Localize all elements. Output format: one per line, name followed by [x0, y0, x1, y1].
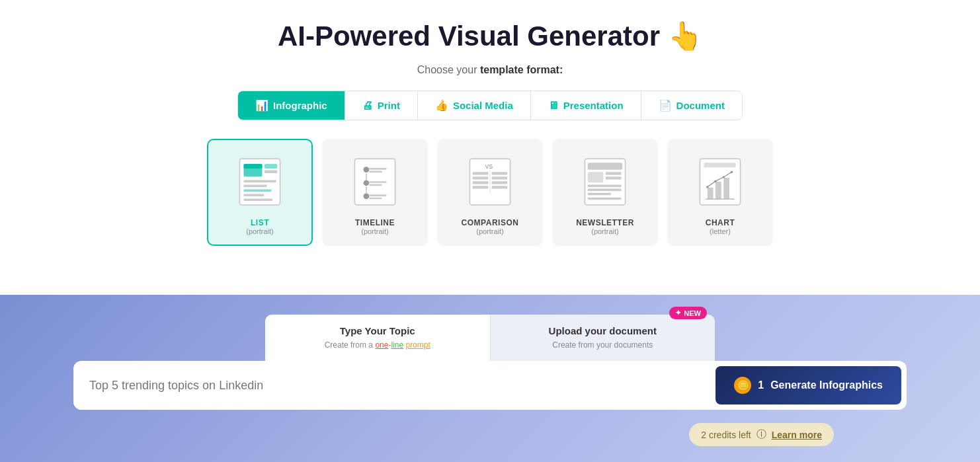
- comparison-sub: (portrait): [476, 227, 504, 235]
- svg-point-49: [714, 180, 717, 182]
- input-row: 🪙 1 Generate Infographics: [73, 361, 907, 410]
- template-chart[interactable]: CHART (letter): [667, 139, 773, 246]
- svg-rect-44: [708, 188, 714, 200]
- tab-infographic[interactable]: 📊 Infographic: [238, 91, 345, 120]
- type-topic-title: Type Your Topic: [278, 325, 477, 336]
- svg-rect-43: [704, 163, 736, 167]
- svg-rect-36: [606, 172, 622, 174]
- svg-point-48: [706, 186, 709, 188]
- print-icon: 🖨: [362, 100, 373, 112]
- tab-document[interactable]: 📄 Document: [641, 91, 742, 120]
- svg-rect-13: [369, 171, 382, 173]
- svg-rect-26: [473, 181, 489, 184]
- svg-point-50: [723, 176, 725, 178]
- tab-presentation[interactable]: 🖥 Presentation: [531, 91, 641, 120]
- svg-text:VS: VS: [485, 163, 493, 170]
- presentation-icon: 🖥: [548, 100, 559, 112]
- svg-point-19: [364, 194, 370, 200]
- template-comparison[interactable]: VS COMPARISON (portrait): [437, 139, 543, 246]
- tab-social-media[interactable]: 👍 Social Media: [418, 91, 531, 120]
- svg-rect-5: [244, 180, 276, 182]
- chart-name: CHART: [706, 218, 735, 227]
- svg-rect-2: [244, 164, 263, 169]
- credits-text: 2 credits left: [701, 430, 751, 440]
- tab-presentation-label: Presentation: [563, 100, 624, 111]
- svg-rect-28: [492, 172, 508, 174]
- infographic-icon: 📊: [255, 99, 268, 112]
- help-icon: Ⓘ: [756, 428, 766, 441]
- svg-rect-39: [588, 189, 622, 192]
- svg-point-11: [364, 167, 370, 173]
- svg-rect-4: [265, 171, 277, 173]
- template-list[interactable]: LIST (portrait): [207, 139, 313, 246]
- page-title: AI-Powered Visual Generator 👆: [278, 20, 702, 52]
- svg-rect-30: [492, 181, 508, 184]
- mode-tabs: Type Your Topic Create from a one-line p…: [265, 315, 715, 361]
- svg-point-15: [364, 180, 370, 186]
- generate-button[interactable]: 🪙 1 Generate Infographics: [715, 366, 901, 404]
- svg-rect-25: [473, 176, 489, 179]
- svg-rect-21: [369, 198, 382, 200]
- title-emoji: 👆: [668, 20, 702, 52]
- upload-doc-title: Upload your document: [504, 325, 702, 336]
- tab-print[interactable]: 🖨 Print: [345, 91, 418, 120]
- svg-rect-17: [369, 184, 382, 186]
- comparison-name: COMPARISON: [462, 218, 519, 227]
- topic-input[interactable]: [89, 379, 708, 393]
- document-icon: 📄: [659, 99, 672, 112]
- svg-rect-8: [244, 194, 265, 196]
- svg-rect-7: [244, 189, 272, 192]
- mode-tab-type-topic[interactable]: Type Your Topic Create from a one-line p…: [265, 315, 491, 361]
- svg-rect-34: [588, 163, 623, 170]
- newsletter-icon: [579, 152, 632, 212]
- svg-point-51: [731, 171, 733, 173]
- svg-rect-3: [265, 164, 277, 169]
- template-grid: LIST (portrait) TIMELINE (portrait): [207, 139, 773, 246]
- svg-rect-37: [606, 176, 622, 179]
- title-text: AI-Powered Visual Generator: [278, 20, 660, 52]
- svg-rect-31: [492, 186, 508, 188]
- coin-icon: 🪙: [737, 380, 749, 391]
- choose-label: Choose your template format:: [417, 64, 563, 76]
- learn-more-button[interactable]: Learn more: [772, 430, 822, 440]
- timeline-icon: [348, 152, 401, 212]
- svg-rect-6: [244, 184, 267, 187]
- template-newsletter[interactable]: NEWSLETTER (portrait): [552, 139, 658, 246]
- credits-row: 2 credits left Ⓘ Learn more: [689, 423, 834, 446]
- type-topic-desc: Create from a one-line prompt: [325, 340, 430, 350]
- chart-sub: (letter): [710, 227, 731, 235]
- tab-infographic-label: Infographic: [273, 100, 327, 111]
- svg-rect-29: [492, 176, 508, 179]
- svg-rect-46: [723, 178, 729, 199]
- comparison-icon: VS: [464, 152, 516, 212]
- input-section: Type Your Topic Create from a one-line p…: [0, 295, 980, 462]
- template-timeline[interactable]: TIMELINE (portrait): [322, 139, 428, 246]
- svg-rect-40: [588, 193, 611, 196]
- svg-rect-16: [369, 181, 386, 183]
- timeline-sub: (portrait): [361, 227, 389, 235]
- newsletter-name: NEWSLETTER: [576, 218, 634, 227]
- tab-social-media-label: Social Media: [453, 100, 513, 111]
- list-name: LIST: [251, 218, 269, 227]
- svg-rect-45: [715, 182, 721, 199]
- mode-tab-upload[interactable]: ✦ NEW Upload your document Create from y…: [491, 315, 715, 361]
- coin-badge: 🪙: [734, 377, 751, 394]
- svg-rect-9: [244, 198, 273, 201]
- timeline-name: TIMELINE: [355, 218, 395, 227]
- svg-rect-41: [588, 198, 622, 200]
- social-media-icon: 👍: [435, 99, 448, 112]
- chart-icon: [694, 152, 747, 212]
- tab-document-label: Document: [676, 100, 725, 111]
- new-badge: ✦ NEW: [669, 307, 707, 319]
- generate-label: Generate Infographics: [770, 379, 883, 391]
- list-sub: (portrait): [246, 227, 274, 235]
- svg-rect-35: [588, 172, 604, 182]
- svg-rect-20: [369, 194, 386, 196]
- upload-doc-desc: Create from your documents: [552, 340, 653, 350]
- tab-print-label: Print: [378, 100, 400, 111]
- svg-rect-27: [473, 186, 489, 188]
- coin-count: 1: [758, 379, 764, 391]
- newsletter-sub: (portrait): [591, 227, 619, 235]
- svg-rect-12: [369, 168, 386, 170]
- svg-rect-24: [473, 172, 489, 174]
